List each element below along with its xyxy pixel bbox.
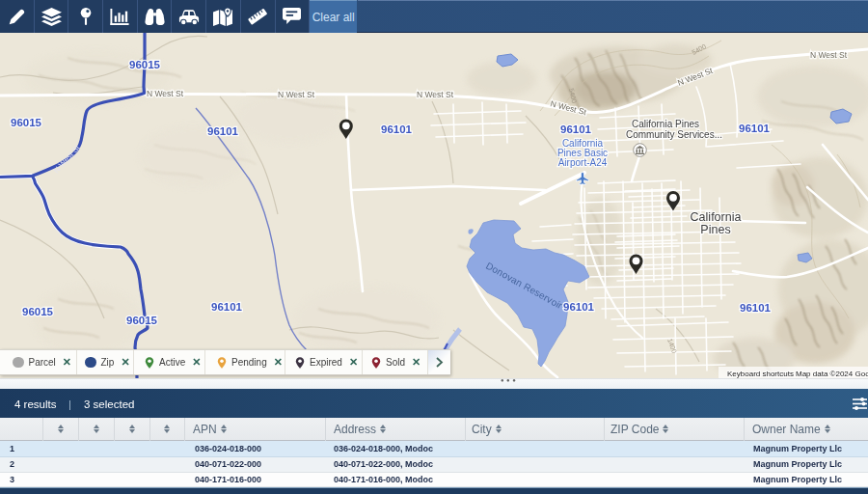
svg-text:N West St: N West St [147,89,184,98]
svg-text:Pines: Pines [700,223,730,236]
svg-text:96015: 96015 [11,117,42,128]
svg-text:N West St: N West St [278,90,315,99]
svg-text:96101: 96101 [740,302,772,314]
svg-text:N West St: N West St [810,50,848,60]
svg-text:96101: 96101 [560,124,592,135]
svg-text:California Pines: California Pines [632,119,699,129]
svg-text:96015: 96015 [22,306,54,317]
svg-text:Airport-A24: Airport-A24 [558,157,608,168]
svg-text:96101: 96101 [381,124,413,135]
svg-text:96015: 96015 [129,59,161,70]
svg-text:Community Services...: Community Services... [626,129,722,140]
svg-text:96015: 96015 [126,315,158,326]
svg-text:96101: 96101 [563,301,595,313]
svg-text:Keyboard shortcuts: Keyboard shortcuts [727,370,794,378]
svg-text:96101: 96101 [207,125,239,137]
svg-text:Map data ©2024 Google: Map data ©2024 Google [796,370,868,378]
svg-text:96101: 96101 [211,301,243,313]
svg-text:N West St: N West St [417,90,454,99]
svg-text:California: California [691,210,742,224]
svg-text:96101: 96101 [739,123,771,134]
